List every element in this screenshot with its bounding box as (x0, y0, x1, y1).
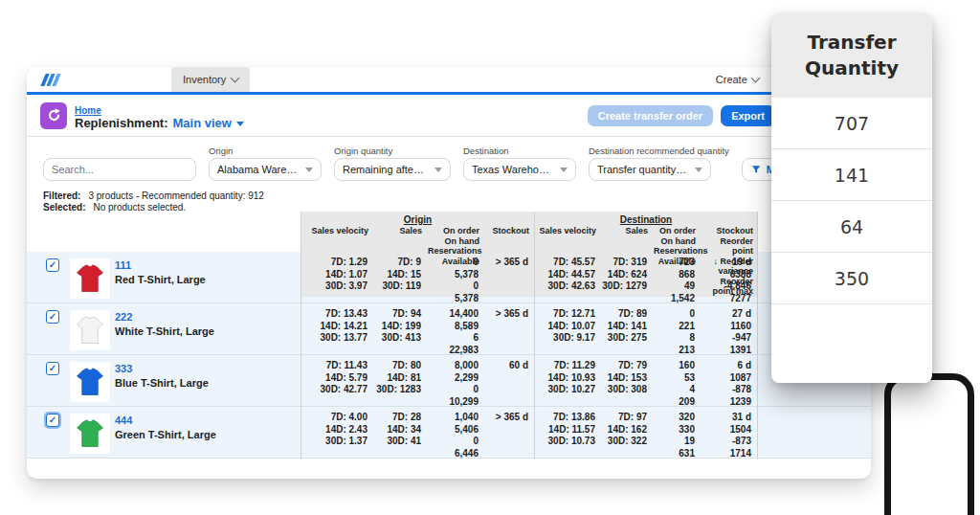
origin-sales-cell: 7D: 2814D: 3430D: 41 (373, 407, 427, 459)
destination-quantities-cell: 723868 491,542 (653, 252, 701, 304)
destination-sales-velocity-cell: 7D: 12.7114D: 10.0730D: 9.17 (534, 303, 601, 356)
chevron-down-icon (750, 74, 760, 83)
filter-label-origin-quantity: Origin quantity (334, 146, 451, 156)
table-row[interactable]: 222 White T-Shirt, Large 7D: 13.4314D: 1… (27, 303, 871, 355)
view-selector[interactable]: Main view (173, 117, 232, 130)
transfer-quantity-panel: Transfer Quantity 707 141 64 350 (771, 13, 932, 383)
export-button[interactable]: Export (721, 105, 775, 126)
destination-stockout-reorder-cell: 6 d1087 -8781239 (701, 355, 758, 408)
origin-group-header[interactable]: Origin (301, 214, 534, 225)
destination-sales-velocity-cell: 7D: 13.8614D: 11.5730D: 10.73 (534, 407, 601, 459)
create-menu[interactable]: Create (716, 74, 759, 85)
app-logo-icon (43, 67, 58, 92)
breadcrumb-home-link[interactable]: Home (75, 105, 101, 116)
destination-stockout-reorder-cell: 27 d1160 -9471391 (701, 303, 758, 356)
product-image (70, 362, 110, 402)
row-checkbox[interactable] (46, 362, 59, 375)
transfer-quantity-value: 350 (771, 253, 932, 304)
chevron-down-icon[interactable] (236, 122, 244, 126)
chevron-down-icon (231, 74, 240, 83)
row-checkbox[interactable] (46, 310, 59, 324)
nav-tab-label: Inventory (183, 74, 226, 85)
origin-select[interactable]: Alabama Warehouse (209, 158, 322, 181)
origin-quantity-select[interactable]: Remaining after reservatio... (334, 158, 451, 181)
tshirt-icon (73, 416, 107, 451)
transfer-quantity-value: 141 (771, 149, 932, 201)
filter-label-destination-recommended-quantity: Destination recommended quantity (589, 146, 729, 156)
page-title: Replenishment: (75, 117, 168, 130)
origin-quantities-cell: 14,4008,589 622,983 (427, 303, 484, 356)
transfer-quantity-value: 707 (771, 98, 932, 149)
origin-stockout-cell: > 365 d (484, 252, 534, 304)
app-window: Inventory Create In Home Replenishment: (27, 67, 871, 479)
destination-sales-cell: 7D: 8914D: 14130D: 275 (601, 303, 653, 356)
origin-stockout-cell: 60 d (484, 355, 534, 408)
product-name: Red T-Shirt, Large (115, 274, 206, 285)
table-body: 111 Red T-Shirt, Large 7D: 1.2914D: 1.07… (27, 252, 871, 459)
product-id-link[interactable]: 222 (115, 310, 301, 324)
device-frame-outline (884, 373, 974, 515)
chevron-down-icon (695, 168, 702, 172)
table-row[interactable]: 333 Blue T-Shirt, Large 7D: 11.4314D: 5.… (27, 355, 871, 407)
tshirt-icon (73, 261, 107, 296)
product-image (70, 258, 110, 299)
origin-quantities-cell: 1,0405,406 06,446 (427, 407, 484, 459)
row-checkbox[interactable] (46, 258, 59, 272)
filtered-text: 3 products - Recommended quantity: 912 (88, 190, 263, 202)
origin-stockout-cell: > 365 d (484, 303, 534, 356)
destination-sales-cell: 7D: 9714D: 16230D: 322 (601, 407, 653, 459)
table-row[interactable]: 444 Green T-Shirt, Large 7D: 4.0014D: 2.… (27, 407, 871, 459)
product-name: Green T-Shirt, Large (115, 429, 216, 440)
destination-recommended-quantity-select[interactable]: Transfer quantity > 0 (589, 158, 711, 181)
filter-summary: Filtered: 3 products - Recommended quant… (27, 187, 871, 212)
product-name: Blue T-Shirt, Large (115, 377, 209, 389)
chevron-down-icon (434, 168, 442, 172)
origin-sales-cell: 7D: 914D: 1530D: 119 (373, 252, 427, 304)
create-transfer-order-button[interactable]: Create transfer order (588, 105, 713, 126)
product-id-link[interactable]: 444 (115, 414, 301, 427)
destination-recommended-quantity-select-value: Transfer quantity > 0 (597, 164, 687, 175)
origin-quantities-cell: 8,0002,299 010,299 (427, 355, 484, 408)
tshirt-icon (73, 365, 107, 399)
create-menu-label: Create (716, 74, 747, 85)
table-header: Origin Sales velocity Sales On orderOn h… (40, 212, 871, 252)
destination-select[interactable]: Texas Warehouse (463, 158, 576, 181)
product-image (70, 414, 110, 454)
origin-sales-cell: 7D: 9414D: 19930D: 413 (373, 303, 427, 356)
chevron-down-icon (560, 168, 568, 172)
origin-quantity-select-value: Remaining after reservatio... (343, 164, 427, 175)
destination-sales-velocity-cell: 7D: 11.2914D: 10.9330D: 10.27 (534, 355, 601, 408)
origin-sales-cell: 7D: 8014D: 8130D: 1283 (373, 355, 427, 408)
top-bar: Inventory Create In (27, 67, 871, 95)
transfer-quantity-title: Transfer Quantity (771, 13, 932, 98)
product-id-link[interactable]: 111 (115, 258, 301, 272)
destination-quantities-cell: 16053 4209 (653, 355, 701, 408)
product-name: White T-Shirt, Large (115, 325, 214, 337)
origin-sales-velocity-cell: 7D: 13.4314D: 14.2130D: 13.77 (301, 303, 373, 356)
destination-quantities-cell: 0221 8213 (653, 303, 701, 356)
row-checkbox[interactable] (46, 414, 59, 427)
transfer-quantity-value: 64 (771, 201, 932, 253)
destination-group-header[interactable]: Destination (535, 214, 757, 225)
table-row[interactable]: 111 Red T-Shirt, Large 7D: 1.2914D: 1.07… (27, 252, 871, 303)
filter-bar: Origin Alabama Warehouse Origin quantity… (27, 137, 871, 187)
origin-select-value: Alabama Warehouse (217, 164, 298, 175)
origin-sales-velocity-cell: 7D: 4.0014D: 2.4330D: 1.37 (301, 407, 373, 459)
destination-quantities-cell: 320330 19631 (653, 407, 701, 459)
filter-funnel-icon (751, 165, 761, 174)
filter-label-origin: Origin (209, 146, 322, 156)
origin-sales-velocity-cell: 7D: 11.4314D: 5.7930D: 42.77 (301, 355, 373, 408)
destination-select-value: Texas Warehouse (472, 164, 552, 175)
nav-tab-inventory[interactable]: Inventory (171, 67, 250, 92)
destination-sales-cell: 7D: 31914D: 62430D: 1279 (601, 252, 653, 304)
destination-sales-velocity-cell: 7D: 45.5714D: 44.5730D: 42.63 (534, 252, 601, 304)
chevron-down-icon (305, 168, 313, 172)
replenishment-refresh-icon (40, 102, 67, 129)
filtered-label: Filtered: (43, 190, 80, 202)
origin-quantities-cell: 05,378 05,378 (427, 252, 484, 304)
product-id-link[interactable]: 333 (115, 362, 301, 375)
tshirt-icon (73, 313, 107, 347)
search-input[interactable] (43, 158, 196, 181)
destination-stockout-reorder-cell: 31 d1504 -8731714 (701, 407, 758, 459)
product-image (70, 310, 110, 350)
